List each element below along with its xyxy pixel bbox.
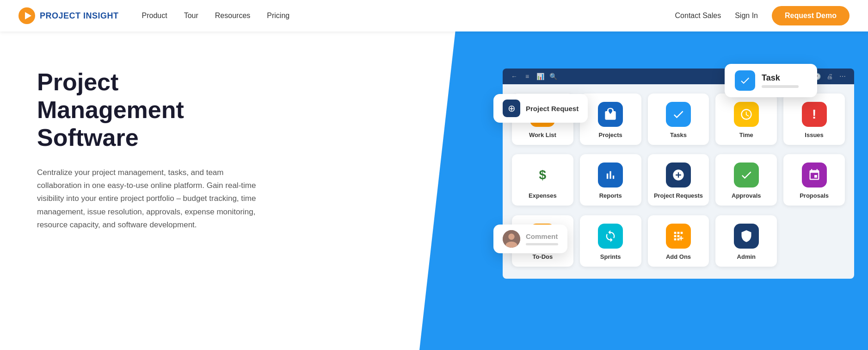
- contact-sales-link[interactable]: Contact Sales: [675, 12, 721, 20]
- hero-text-block: Project Management Software Centralize y…: [0, 31, 287, 259]
- grid-item-sprints[interactable]: Sprints: [580, 215, 641, 267]
- grid-item-addons[interactable]: Add Ons: [648, 215, 709, 267]
- nav-pricing[interactable]: Pricing: [267, 12, 289, 20]
- logo-text: PROJECT INSIGHT: [40, 11, 119, 21]
- projects-icon: [598, 102, 623, 127]
- logo[interactable]: PROJECT INSIGHT: [18, 7, 119, 24]
- chart-icon[interactable]: 📊: [536, 72, 544, 81]
- dollar-icon: $: [539, 168, 547, 182]
- approvals-label: Approvals: [732, 192, 761, 199]
- issues-label: Issues: [805, 131, 823, 138]
- reports-icon: [598, 162, 623, 188]
- projects-label: Projects: [599, 131, 622, 138]
- more-icon[interactable]: ⋯: [838, 72, 847, 81]
- hero-title: Project Management Software: [37, 69, 259, 151]
- sprints-icon: [598, 224, 623, 249]
- addons-icon: [666, 224, 691, 249]
- hero-section: Project Management Software Centralize y…: [0, 31, 868, 350]
- toolbar-left-icons: ← ≡ 📊 🔍: [510, 72, 557, 81]
- main-nav: Product Tour Resources Pricing: [142, 12, 675, 20]
- grid-item-approvals[interactable]: Approvals: [715, 154, 777, 206]
- sign-in-link[interactable]: Sign In: [735, 12, 758, 20]
- header-right: Contact Sales Sign In Request Demo: [675, 6, 850, 25]
- request-demo-button[interactable]: Request Demo: [772, 6, 850, 25]
- comment-line: [526, 243, 558, 245]
- back-icon[interactable]: ←: [510, 72, 518, 81]
- expenses-icon: $: [530, 162, 555, 188]
- grid-item-tasks[interactable]: Tasks: [648, 94, 709, 145]
- grid-item-projects[interactable]: Projects: [580, 94, 641, 145]
- comment-label: Comment: [526, 232, 558, 240]
- admin-label: Admin: [737, 253, 756, 260]
- grid-item-proposals[interactable]: Proposals: [783, 154, 845, 206]
- tasks-icon: [666, 102, 691, 127]
- grid-item-reports[interactable]: Reports: [580, 154, 641, 206]
- proposals-label: Proposals: [800, 192, 829, 199]
- project-requests-icon: [666, 162, 691, 188]
- svg-point-3: [508, 234, 514, 240]
- floating-comment-card: Comment: [493, 225, 567, 253]
- project-request-label: Project Request: [526, 105, 579, 112]
- sprints-label: Sprints: [600, 253, 621, 260]
- grid-item-admin[interactable]: Admin: [715, 215, 777, 267]
- expenses-label: Expenses: [529, 192, 557, 199]
- issues-icon: !: [802, 102, 827, 127]
- nav-resources[interactable]: Resources: [215, 12, 250, 20]
- nav-product[interactable]: Product: [142, 12, 167, 20]
- search-icon[interactable]: 🔍: [549, 72, 557, 81]
- nav-tour[interactable]: Tour: [184, 12, 198, 20]
- comment-avatar: [503, 230, 520, 248]
- tasks-label: Tasks: [670, 131, 687, 138]
- grid-item-time[interactable]: Time: [715, 94, 777, 145]
- grid-item-issues[interactable]: ! Issues: [783, 94, 845, 145]
- grid-item-project-requests[interactable]: Project Requests: [648, 154, 709, 206]
- menu-icon[interactable]: ≡: [523, 72, 531, 81]
- project-requests-label: Project Requests: [654, 192, 703, 199]
- comment-text-block: Comment: [526, 232, 558, 245]
- approvals-icon: [734, 162, 759, 188]
- task-info: Task: [762, 73, 799, 88]
- header: PROJECT INSIGHT Product Tour Resources P…: [0, 0, 868, 31]
- time-label: Time: [739, 131, 753, 138]
- task-label: Task: [762, 73, 799, 83]
- proposals-icon: [802, 162, 827, 188]
- logo-icon: [18, 7, 35, 24]
- print-icon[interactable]: 🖨: [825, 72, 834, 81]
- task-icon: [735, 70, 755, 91]
- task-sub-line: [762, 85, 799, 88]
- time-icon: [734, 102, 759, 127]
- hero-description: Centralize your project management, task…: [37, 166, 259, 231]
- worklist-label: Work List: [529, 131, 556, 138]
- floating-project-request-card: ⊕ Project Request: [493, 94, 588, 123]
- todos-label: To-Dos: [532, 253, 553, 260]
- reports-label: Reports: [599, 192, 622, 199]
- grid-item-expenses[interactable]: $ Expenses: [512, 154, 573, 206]
- floating-task-card: Task: [725, 64, 817, 97]
- app-mockup: Task ← ≡ 📊 🔍 🔔 ⚙ 🕐 🖨 ⋯: [503, 41, 854, 279]
- mockup-container: Task ← ≡ 📊 🔍 🔔 ⚙ 🕐 🖨 ⋯: [503, 69, 854, 279]
- addons-label: Add Ons: [666, 253, 691, 260]
- project-request-icon: ⊕: [503, 100, 520, 117]
- admin-icon: [734, 224, 759, 249]
